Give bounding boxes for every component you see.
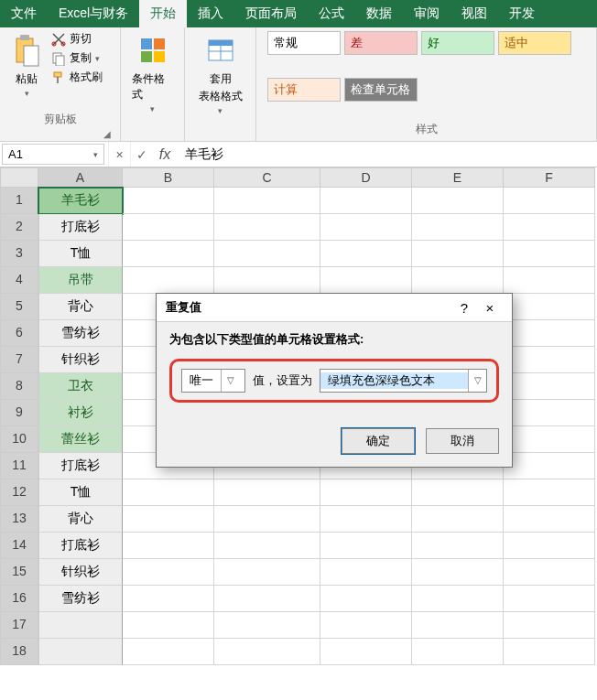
cell-E3[interactable] <box>412 241 504 267</box>
help-button[interactable]: ? <box>451 300 477 316</box>
cell-D18[interactable] <box>320 639 412 665</box>
cell-A5[interactable]: 背心 <box>38 294 123 320</box>
table-format-button[interactable]: 套用 表格格式 ▾ <box>195 31 246 117</box>
cell-A10[interactable]: 蕾丝衫 <box>38 426 123 453</box>
cell-B17[interactable] <box>123 612 214 639</box>
cell-A4[interactable]: 吊带 <box>38 267 123 294</box>
row-header-7[interactable]: 7 <box>0 347 38 373</box>
name-box[interactable]: A1 ▾ <box>2 144 104 165</box>
row-header-1[interactable]: 1 <box>0 188 38 214</box>
row-header-6[interactable]: 6 <box>0 320 38 347</box>
cell-C3[interactable] <box>214 241 320 267</box>
cell-C4[interactable] <box>214 267 320 294</box>
cell-F4[interactable] <box>504 267 595 294</box>
tab-5[interactable]: 公式 <box>308 0 355 27</box>
cell-E2[interactable] <box>412 214 504 241</box>
confirm-edit-icon[interactable]: ✓ <box>130 142 152 167</box>
cell-E1[interactable] <box>412 188 504 214</box>
cell-A8[interactable]: 卫衣 <box>38 373 123 400</box>
cell-C15[interactable] <box>214 559 320 586</box>
cell-C16[interactable] <box>214 586 320 612</box>
fx-icon[interactable]: fx <box>152 142 178 167</box>
cell-B4[interactable] <box>123 267 214 294</box>
col-header-E[interactable]: E <box>412 167 504 188</box>
cell-D16[interactable] <box>320 586 412 612</box>
cell-F7[interactable] <box>504 347 595 373</box>
cell-A9[interactable]: 衬衫 <box>38 400 123 426</box>
cell-A16[interactable]: 雪纺衫 <box>38 586 123 612</box>
cell-style-5[interactable]: 检查单元格 <box>344 78 418 102</box>
cell-style-4[interactable]: 计算 <box>267 78 341 102</box>
cell-C2[interactable] <box>214 214 320 241</box>
cell-B13[interactable] <box>123 506 214 533</box>
ok-button[interactable]: 确定 <box>342 428 415 454</box>
row-header-5[interactable]: 5 <box>0 294 38 320</box>
cell-style-0[interactable]: 常规 <box>267 31 341 55</box>
cell-F2[interactable] <box>504 214 595 241</box>
row-header-11[interactable]: 11 <box>0 453 38 479</box>
dialog-launcher-icon[interactable]: ◢ <box>7 129 113 139</box>
row-header-12[interactable]: 12 <box>0 479 38 506</box>
formula-input[interactable] <box>178 142 597 167</box>
cell-A15[interactable]: 针织衫 <box>38 559 123 586</box>
cell-B3[interactable] <box>123 241 214 267</box>
cell-E18[interactable] <box>412 639 504 665</box>
col-header-B[interactable]: B <box>123 167 214 188</box>
cell-style-3[interactable]: 适中 <box>498 31 571 55</box>
cell-E16[interactable] <box>412 586 504 612</box>
cancel-edit-icon[interactable]: × <box>108 142 130 167</box>
cell-E15[interactable] <box>412 559 504 586</box>
cell-A1[interactable]: 羊毛衫 <box>38 188 123 214</box>
cut-button[interactable]: 剪切 <box>51 31 103 47</box>
row-header-13[interactable]: 13 <box>0 506 38 533</box>
cell-F5[interactable] <box>504 294 595 320</box>
cell-F3[interactable] <box>504 241 595 267</box>
cell-D17[interactable] <box>320 612 412 639</box>
cell-A13[interactable]: 背心 <box>38 506 123 533</box>
cell-B2[interactable] <box>123 214 214 241</box>
cell-A2[interactable]: 打底衫 <box>38 214 123 241</box>
cell-F11[interactable] <box>504 453 595 479</box>
cell-A14[interactable]: 打底衫 <box>38 533 123 559</box>
cell-B16[interactable] <box>123 586 214 612</box>
type-select[interactable]: 唯一 ▽ <box>181 369 245 393</box>
tab-8[interactable]: 视图 <box>450 0 498 27</box>
close-button[interactable]: × <box>477 300 503 316</box>
cell-F14[interactable] <box>504 533 595 559</box>
cell-D1[interactable] <box>320 188 412 214</box>
row-header-9[interactable]: 9 <box>0 400 38 426</box>
row-header-15[interactable]: 15 <box>0 559 38 586</box>
cell-C13[interactable] <box>214 506 320 533</box>
cell-B18[interactable] <box>123 639 214 665</box>
cancel-button[interactable]: 取消 <box>426 428 499 454</box>
row-header-16[interactable]: 16 <box>0 586 38 612</box>
tab-1[interactable]: Excel与财务 <box>48 0 139 27</box>
cell-E4[interactable] <box>412 267 504 294</box>
cell-C18[interactable] <box>214 639 320 665</box>
cell-F17[interactable] <box>504 612 595 639</box>
row-header-2[interactable]: 2 <box>0 214 38 241</box>
cell-B14[interactable] <box>123 533 214 559</box>
cell-F10[interactable] <box>504 426 595 453</box>
select-all-corner[interactable] <box>0 167 38 188</box>
cell-F12[interactable] <box>504 479 595 506</box>
col-header-D[interactable]: D <box>320 167 412 188</box>
format-select[interactable]: 绿填充色深绿色文本 ▽ <box>320 369 487 393</box>
cell-F6[interactable] <box>504 320 595 347</box>
cell-E14[interactable] <box>412 533 504 559</box>
cell-D4[interactable] <box>320 267 412 294</box>
row-header-3[interactable]: 3 <box>0 241 38 267</box>
cell-C17[interactable] <box>214 612 320 639</box>
cell-D13[interactable] <box>320 506 412 533</box>
tab-9[interactable]: 开发 <box>498 0 546 27</box>
row-header-4[interactable]: 4 <box>0 267 38 294</box>
cell-A6[interactable]: 雪纺衫 <box>38 320 123 347</box>
cell-F1[interactable] <box>504 188 595 214</box>
row-header-10[interactable]: 10 <box>0 426 38 453</box>
col-header-A[interactable]: A <box>38 167 123 188</box>
cell-F13[interactable] <box>504 506 595 533</box>
cell-D14[interactable] <box>320 533 412 559</box>
row-header-14[interactable]: 14 <box>0 533 38 559</box>
conditional-format-button[interactable]: 条件格式 ▾ <box>128 31 177 115</box>
cell-C1[interactable] <box>214 188 320 214</box>
